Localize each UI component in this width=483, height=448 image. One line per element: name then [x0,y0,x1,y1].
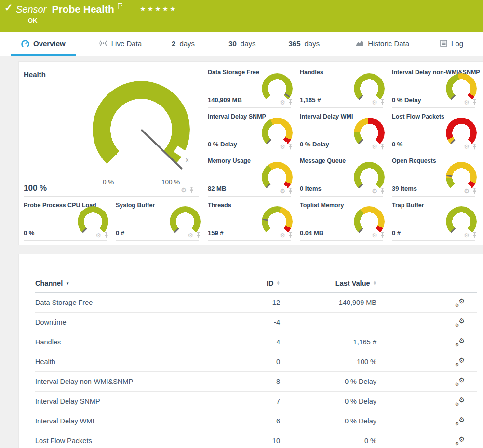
gauge-cell[interactable]: Data Storage Free 140,909 MB ⚙ [207,64,299,108]
pin-icon[interactable] [472,232,477,238]
column-header-channel[interactable]: Channel ▼ [35,279,223,287]
channel-last-value: 140,909 MB [339,299,376,306]
tab-overview[interactable]: Overview [11,32,76,56]
gauge-cell[interactable]: Threads 159 # ⚙ [207,197,299,241]
channel-settings-icon[interactable]: ⚙⚙ [456,338,465,346]
tab-label: Log [451,40,463,48]
pin-icon[interactable] [472,99,477,105]
gauge-needle [266,132,278,144]
table-header-row: Channel ▼ ID ▲▼ Last Value ▲▼ [35,274,477,293]
channel-id: 7 [276,397,280,405]
gear-icon[interactable]: ⚙ [464,99,470,105]
gauge-needle [277,88,290,97]
pin-icon[interactable] [472,144,477,150]
gauge-cell-health[interactable]: Health x̄ 0 % 100 % 100 % ⚙ [23,64,207,197]
gauge-needle [82,221,94,233]
gauge-title: Syslog Buffer [116,202,155,209]
pin-icon[interactable] [288,188,293,194]
channel-id: 12 [272,299,280,306]
channel-name[interactable]: Data Storage Free [35,299,223,306]
channel-name[interactable]: Downtime [35,318,223,326]
gear-icon[interactable]: ⚙ [372,99,377,105]
channel-name[interactable]: Interval Delay SNMP [35,397,223,405]
flag-icon[interactable] [118,2,122,11]
channel-name[interactable]: Interval Delay non-WMI&SNMP [35,378,223,385]
historic-data-icon [356,40,364,47]
gauge-cell[interactable]: Interval Delay non-WMI&SNMP 0 % Delay ⚙ [391,64,483,108]
channel-name[interactable]: Health [35,358,223,366]
pin-icon[interactable] [380,144,385,150]
channel-name[interactable]: Handles [35,338,223,346]
gauge-value: 0.04 MB [300,229,323,237]
table-row: Interval Delay non-WMI&SNMP 8 0 % Delay … [35,372,477,392]
gauge-cell[interactable]: Interval Delay WMI 0 % Delay ⚙ [299,108,391,152]
gear-icon[interactable]: ⚙ [188,232,193,238]
channel-settings-icon[interactable]: ⚙⚙ [456,397,465,406]
gear-icon[interactable]: ⚙ [464,144,470,150]
channel-settings-icon[interactable]: ⚙⚙ [456,299,465,307]
tab-log[interactable]: Log [429,32,474,56]
channel-id: 8 [276,378,280,385]
gear-icon[interactable]: ⚙ [181,187,187,193]
tab-30-days[interactable]: 30 days [218,32,266,56]
gauge-cell[interactable]: Memory Usage 82 MB ⚙ [207,152,299,197]
gear-icon[interactable]: ⚙ [372,144,377,150]
pin-icon[interactable] [380,232,385,238]
gauge-cell[interactable]: Handles 1,165 # ⚙ [299,64,391,108]
channel-last-value: 0 % Delay [345,378,376,385]
gauge-value: 0 % [24,229,34,237]
gauge-cell[interactable]: Lost Flow Packets 0 % ⚙ [391,108,483,152]
pin-icon[interactable] [288,144,293,150]
column-header-last-value[interactable]: Last Value ▲▼ [335,279,376,287]
gauge-value: 0 % Delay [208,141,237,148]
channel-name[interactable]: Interval Delay WMI [35,417,223,425]
pin-icon[interactable] [189,187,194,193]
gauge-cell[interactable]: Trap Buffer 0 # ⚙ [391,197,483,241]
tab-2-days[interactable]: 2 days [161,32,205,56]
chevron-down-icon: ▼ [66,281,69,286]
column-header-id[interactable]: ID ▲▼ [267,279,280,287]
column-label: ID [267,279,274,287]
gear-icon[interactable]: ⚙ [280,188,285,194]
gear-icon[interactable]: ⚙ [464,232,470,238]
gauge-title: Data Storage Free [208,69,259,76]
gear-icon[interactable]: ⚙ [280,232,285,238]
channel-id: 10 [272,437,280,445]
gear-icon[interactable]: ⚙ [464,188,470,194]
pin-icon[interactable] [380,188,385,194]
gauge-needle [358,88,370,100]
pin-icon[interactable] [196,232,201,238]
gauge-cell[interactable]: Message Queue 0 Items ⚙ [299,152,391,197]
priority-stars[interactable]: ★★★★★ [140,5,177,13]
channel-settings-icon[interactable]: ⚙⚙ [456,318,465,327]
gauge-needle [358,132,370,144]
gear-icon[interactable]: ⚙ [95,232,101,238]
tab-label: Historic Data [368,40,409,48]
table-row: Interval Delay WMI 6 0 % Delay ⚙⚙ [35,411,477,431]
channel-name[interactable]: Lost Flow Packets [35,437,223,445]
channel-settings-icon[interactable]: ⚙⚙ [456,437,465,445]
tab-historic-data[interactable]: Historic Data [345,32,420,56]
pin-icon[interactable] [288,99,293,105]
channel-settings-icon[interactable]: ⚙⚙ [456,417,465,425]
tab-live-data[interactable]: Live Data [89,32,152,56]
gear-icon[interactable]: ⚙ [280,144,285,150]
gauge-value: 0 % Delay [300,141,329,148]
channel-settings-icon[interactable]: ⚙⚙ [456,378,465,386]
gear-icon[interactable]: ⚙ [280,99,285,105]
tab-365-days[interactable]: 365 days [278,32,331,56]
pin-icon[interactable] [472,188,477,194]
channel-last-value: 0 % [364,437,376,445]
gauge-cell[interactable]: Toplist Memory 0.04 MB ⚙ [299,197,391,241]
pin-icon[interactable] [380,99,385,105]
gear-icon[interactable]: ⚙ [372,188,377,194]
gauge-cell[interactable]: Interval Delay SNMP 0 % Delay ⚙ [207,108,299,152]
gear-icon[interactable]: ⚙ [372,232,377,238]
gauge-cell[interactable]: Probe Process CPU Load 0 % ⚙ [23,197,115,241]
pin-icon[interactable] [104,232,109,238]
gauge-cell[interactable]: Syslog Buffer 0 # ⚙ [115,197,207,241]
pin-icon[interactable] [288,232,293,238]
channel-settings-icon[interactable]: ⚙⚙ [456,358,465,366]
channel-last-value: 1,165 # [353,338,376,346]
gauge-cell[interactable]: Open Requests 39 Items ⚙ [391,152,483,197]
